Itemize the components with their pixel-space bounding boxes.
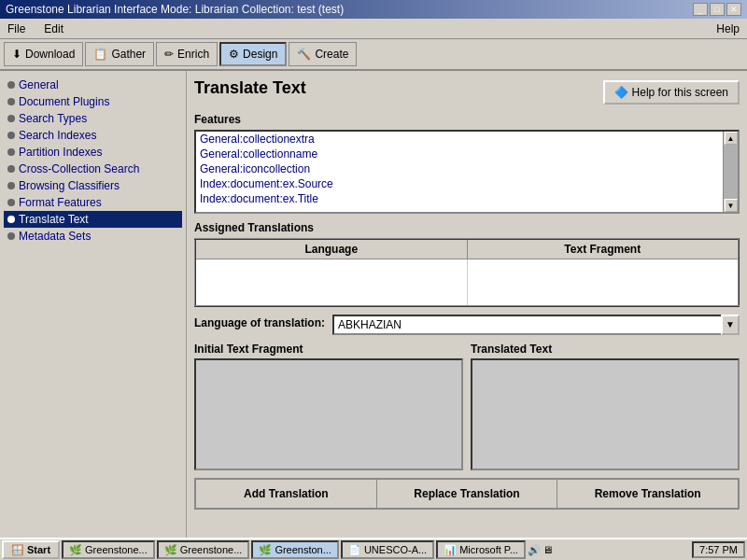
bullet-icon [7, 148, 15, 156]
design-button[interactable]: ⚙ Design [219, 42, 287, 66]
bullet-icon [7, 98, 15, 105]
bullet-icon [7, 115, 15, 122]
sidebar-item-format-features[interactable]: Format Features [4, 194, 182, 211]
sidebar-item-translate-text[interactable]: Translate Text [4, 211, 182, 228]
taskbar-item-3[interactable]: 📄 UNESCO-A... [341, 540, 434, 559]
sidebar-item-search-types[interactable]: Search Types [4, 110, 182, 127]
maximize-button[interactable]: □ [710, 3, 725, 16]
taskbar-app-icon-4: 📊 [444, 544, 457, 556]
gather-icon: 📋 [93, 48, 107, 61]
system-icon-2: 🖥 [543, 544, 553, 555]
sidebar-item-browsing[interactable]: Browsing Classifiers [4, 177, 182, 194]
lang-label: Language of translation: [194, 316, 325, 329]
bullet-icon [7, 132, 15, 139]
minimize-button[interactable]: _ [693, 3, 708, 16]
feature-item[interactable]: Index:document:ex.Source [196, 176, 723, 191]
taskbar-clock: 7:57 PM [692, 541, 745, 558]
dropdown-arrow-icon[interactable]: ▼ [721, 315, 740, 335]
bullet-icon [7, 199, 15, 206]
menu-file[interactable]: File [4, 21, 29, 37]
bullet-icon [7, 216, 15, 223]
bullet-icon [7, 81, 15, 89]
add-translation-button[interactable]: Add Translation [195, 479, 376, 509]
main-container: General Document Plugins Search Types Se… [0, 71, 747, 538]
taskbar-item-0[interactable]: 🌿 Greenstone... [62, 540, 155, 559]
title-bar-text: Greenstone Librarian Interface Mode: Lib… [6, 3, 344, 16]
taskbar: 🪟 Start 🌿 Greenstone... 🌿 Greenstone... … [0, 538, 747, 560]
features-label: Features [194, 113, 740, 126]
feature-item[interactable]: General:iconcollection [196, 161, 723, 176]
enrich-icon: ✏ [164, 48, 174, 61]
content-panel: Translate Text 🔷 Help for this screen Fe… [187, 71, 747, 538]
feature-item[interactable]: Index:document:ex.Title [196, 191, 723, 206]
design-icon: ⚙ [229, 48, 239, 61]
table-row [195, 259, 739, 306]
feature-item[interactable]: General:collectionextra [196, 132, 723, 147]
title-bar-controls: _ □ ✕ [693, 3, 741, 16]
scroll-down-arrow[interactable]: ▼ [725, 199, 738, 212]
bullet-icon [7, 182, 15, 189]
menu-help[interactable]: Help [712, 21, 743, 37]
title-bar: Greenstone Librarian Interface Mode: Lib… [0, 0, 747, 19]
sidebar-item-document-plugins[interactable]: Document Plugins [4, 93, 182, 110]
sidebar-item-cross-collection[interactable]: Cross-Collection Search [4, 161, 182, 177]
taskbar-item-4[interactable]: 📊 Microsoft P... [436, 540, 526, 559]
language-row: Language of translation: ABKHAZIAN ENGLI… [194, 315, 740, 335]
download-button[interactable]: ⬇ Download [4, 42, 83, 66]
taskbar-app-icon-1: 🌿 [164, 544, 177, 556]
initial-text-block: Initial Text Fragment [194, 343, 463, 470]
sidebar-item-general[interactable]: General [4, 77, 182, 93]
assigned-translations-section: Assigned Translations Language Text Frag… [194, 221, 740, 307]
translated-text-area[interactable] [471, 358, 740, 470]
translated-text-block: Translated Text [471, 343, 740, 470]
taskbar-system-icons: 🔊 🖥 [528, 544, 553, 556]
language-select-wrapper: ABKHAZIAN ENGLISH FRENCH GERMAN SPANISH … [332, 315, 740, 335]
scroll-up-arrow[interactable]: ▲ [725, 132, 738, 145]
sidebar-item-search-indexes[interactable]: Search Indexes [4, 127, 182, 144]
remove-translation-button[interactable]: Remove Translation [557, 479, 739, 509]
create-button[interactable]: 🔨 Create [289, 42, 357, 66]
windows-icon: 🪟 [11, 544, 24, 556]
toolbar: ⬇ Download 📋 Gather ✏ Enrich ⚙ Design 🔨 … [0, 39, 747, 71]
text-areas-row: Initial Text Fragment Translated Text [194, 343, 740, 470]
menu-edit[interactable]: Edit [40, 21, 67, 37]
page-title: Translate Text [194, 78, 603, 98]
col-text-fragment: Text Fragment [467, 239, 739, 259]
create-icon: 🔨 [297, 48, 311, 61]
assigned-table: Language Text Fragment [194, 238, 740, 307]
help-screen-button[interactable]: 🔷 Help for this screen [603, 80, 740, 105]
language-select[interactable]: ABKHAZIAN ENGLISH FRENCH GERMAN SPANISH [332, 315, 740, 335]
initial-text-area[interactable] [194, 358, 463, 470]
taskbar-item-2[interactable]: 🌿 Greenston... [251, 540, 339, 559]
taskbar-app-icon-2: 🌿 [259, 544, 272, 556]
taskbar-item-1[interactable]: 🌿 Greenstone... [157, 540, 250, 559]
action-buttons-row: Add Translation Replace Translation Remo… [194, 478, 740, 510]
taskbar-app-icon-3: 📄 [348, 544, 361, 556]
start-button[interactable]: 🪟 Start [2, 540, 60, 559]
features-scrollbar[interactable]: ▲ ▼ [723, 132, 738, 212]
gather-button[interactable]: 📋 Gather [85, 42, 154, 66]
sidebar-item-metadata-sets[interactable]: Metadata Sets [4, 228, 182, 245]
sidebar: General Document Plugins Search Types Se… [0, 71, 187, 538]
enrich-button[interactable]: ✏ Enrich [156, 42, 218, 66]
close-button[interactable]: ✕ [726, 3, 741, 16]
scroll-track [724, 145, 738, 199]
system-icon-1: 🔊 [528, 544, 541, 556]
help-icon: 🔷 [614, 86, 628, 99]
assigned-label: Assigned Translations [194, 221, 740, 234]
menu-bar: File Edit Help [0, 19, 747, 39]
replace-translation-button[interactable]: Replace Translation [376, 479, 557, 509]
bullet-icon [7, 232, 15, 240]
bullet-icon [7, 165, 15, 173]
feature-item[interactable]: General:collectionname [196, 147, 723, 161]
col-language: Language [195, 239, 467, 259]
initial-text-label: Initial Text Fragment [194, 343, 463, 356]
features-list[interactable]: General:collectionextra General:collecti… [196, 132, 723, 212]
translated-text-label: Translated Text [471, 343, 740, 356]
download-icon: ⬇ [12, 48, 21, 61]
sidebar-item-partition-indexes[interactable]: Partition Indexes [4, 144, 182, 161]
taskbar-app-icon-0: 🌿 [69, 544, 82, 556]
